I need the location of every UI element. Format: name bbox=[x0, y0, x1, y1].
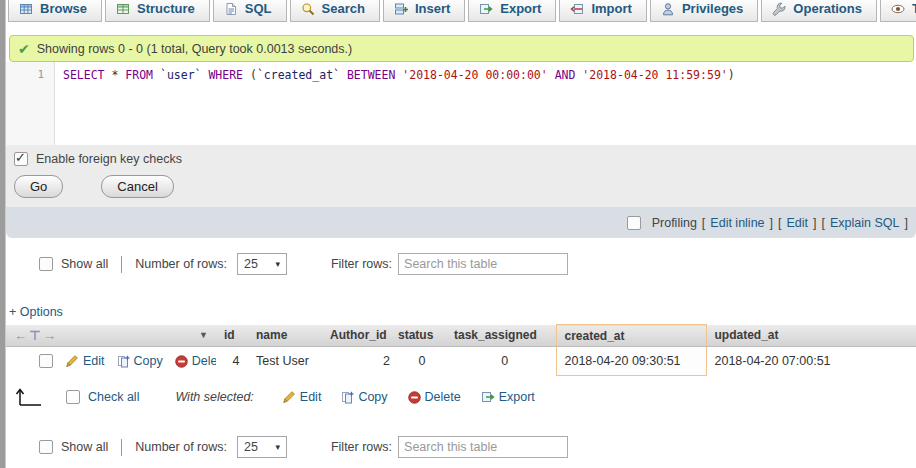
select-caret-icon: ▾ bbox=[275, 259, 280, 269]
tab-label: SQL bbox=[245, 1, 272, 16]
row-copy-link[interactable]: Copy bbox=[117, 354, 163, 368]
copy-icon bbox=[341, 391, 354, 404]
tracking-icon bbox=[891, 2, 905, 16]
rows-value: 25 bbox=[244, 440, 258, 454]
tab-import[interactable]: Import bbox=[559, 0, 646, 22]
cell-task-assigned: 0 bbox=[446, 347, 556, 376]
tab-label: Search bbox=[322, 1, 365, 16]
cell-updated-at: 2018-04-20 07:00:51 bbox=[706, 347, 916, 376]
top-row-controls: Show all Number of rows: 25 ▾ Filter row… bbox=[39, 252, 916, 276]
tab-label: Insert bbox=[415, 1, 450, 16]
phpmyadmin-results-page: Browse Structure SQL Search Insert Expor… bbox=[0, 0, 916, 468]
success-check-icon: ✔ bbox=[18, 42, 30, 56]
bracket: ] bbox=[813, 216, 816, 230]
table-filter-input[interactable] bbox=[398, 253, 568, 275]
filter-rows-label: Filter rows: bbox=[331, 440, 392, 454]
tab-tracking[interactable]: Tracking bbox=[880, 0, 916, 22]
pencil-icon bbox=[65, 354, 79, 368]
cell-id: 4 bbox=[216, 347, 248, 376]
import-icon bbox=[570, 2, 584, 16]
rows-per-page-select[interactable]: 25 ▾ bbox=[237, 436, 287, 458]
search-icon bbox=[301, 2, 315, 16]
tab-structure[interactable]: Structure bbox=[105, 0, 210, 22]
sql-string: '2018-04-20 00:00:00' bbox=[402, 68, 547, 82]
selected-copy-label: Copy bbox=[358, 390, 387, 404]
sql-query-editor[interactable]: 1 SELECT * FROM `user` WHERE (`created_a… bbox=[6, 62, 916, 145]
pencil-icon bbox=[282, 390, 296, 404]
foreign-key-checkbox[interactable] bbox=[14, 152, 28, 166]
filter-rows-label: Filter rows: bbox=[331, 257, 392, 271]
cell-status: 0 bbox=[390, 347, 446, 376]
bracket: ] bbox=[905, 216, 908, 230]
show-all-checkbox[interactable] bbox=[39, 440, 53, 454]
tab-browse[interactable]: Browse bbox=[8, 0, 102, 22]
bracket: ] bbox=[770, 216, 773, 230]
browse-icon bbox=[19, 2, 33, 16]
tab-operations[interactable]: Operations bbox=[761, 0, 877, 22]
delete-icon bbox=[408, 391, 421, 404]
column-header-created-at[interactable]: created_at bbox=[556, 325, 706, 347]
row-delete-link[interactable]: Delete bbox=[175, 354, 216, 368]
column-header-status[interactable]: status bbox=[390, 325, 446, 347]
column-visibility-widget[interactable]: ←⊤→ bbox=[14, 328, 58, 343]
check-all-link[interactable]: Check all bbox=[88, 390, 139, 404]
number-of-rows-label: Number of rows: bbox=[135, 257, 227, 271]
profiling-checkbox[interactable] bbox=[627, 216, 641, 230]
profiling-label: Profiling bbox=[652, 216, 697, 230]
edit-query-link[interactable]: Edit bbox=[787, 216, 809, 230]
bracket: [ bbox=[778, 216, 781, 230]
edit-inline-link[interactable]: Edit inline bbox=[710, 216, 764, 230]
query-options-panel: Enable foreign key checks Go Cancel bbox=[6, 145, 916, 207]
column-header-task-assigned[interactable]: task_assigned bbox=[446, 325, 556, 347]
selected-export-link[interactable]: Export bbox=[481, 390, 535, 404]
row-checkbox[interactable] bbox=[39, 354, 53, 368]
explain-sql-link[interactable]: Explain SQL bbox=[830, 216, 899, 230]
tab-sql[interactable]: SQL bbox=[213, 0, 287, 22]
column-header-name[interactable]: name bbox=[248, 325, 322, 347]
tab-label: Privileges bbox=[682, 1, 743, 16]
sql-keyword: FROM bbox=[125, 68, 153, 82]
options-toggle-link[interactable]: + Options bbox=[9, 305, 63, 319]
row-edit-link[interactable]: Edit bbox=[65, 354, 105, 368]
tab-search[interactable]: Search bbox=[290, 0, 380, 22]
cancel-button[interactable]: Cancel bbox=[101, 175, 173, 198]
status-text: Showing rows 0 - 0 (1 total, Query took … bbox=[37, 42, 352, 56]
go-button[interactable]: Go bbox=[14, 175, 63, 198]
check-all-checkbox[interactable] bbox=[66, 390, 80, 404]
column-header-updated-at[interactable]: updated_at bbox=[706, 325, 916, 347]
column-header-author-id[interactable]: Author_id bbox=[322, 325, 390, 347]
divider bbox=[121, 256, 122, 273]
selected-edit-label: Edit bbox=[300, 390, 322, 404]
query-status-message: ✔ Showing rows 0 - 0 (1 total, Query too… bbox=[9, 35, 914, 62]
selected-copy-link[interactable]: Copy bbox=[341, 390, 387, 404]
structure-icon bbox=[116, 2, 130, 16]
sort-caret-icon[interactable]: ▼ bbox=[199, 330, 208, 340]
tab-export[interactable]: Export bbox=[468, 0, 556, 22]
show-all-label: Show all bbox=[61, 440, 108, 454]
rows-per-page-select[interactable]: 25 ▾ bbox=[237, 253, 287, 275]
tab-label: Operations bbox=[793, 1, 862, 16]
tab-insert[interactable]: Insert bbox=[383, 0, 465, 22]
sql-keyword: BETWEEN bbox=[340, 68, 402, 82]
tab-label: Browse bbox=[40, 1, 87, 16]
tab-label: Import bbox=[591, 1, 631, 16]
delete-icon bbox=[175, 355, 188, 368]
insert-icon bbox=[394, 2, 408, 16]
line-number-gutter: 1 bbox=[6, 62, 55, 145]
select-caret-icon: ▾ bbox=[275, 442, 280, 452]
sql-keyword: SELECT bbox=[63, 68, 105, 82]
export-icon bbox=[481, 390, 495, 404]
sql-keyword: WHERE bbox=[208, 68, 243, 82]
show-all-label: Show all bbox=[61, 257, 108, 271]
show-all-checkbox[interactable] bbox=[39, 257, 53, 271]
operations-icon bbox=[772, 2, 786, 16]
cell-author-id: 2 bbox=[322, 347, 390, 376]
column-header-id[interactable]: id bbox=[216, 325, 248, 347]
cell-name: Test User bbox=[248, 347, 322, 376]
sql-query-text[interactable]: SELECT * FROM `user` WHERE (`created_at`… bbox=[55, 62, 735, 145]
tab-privileges[interactable]: Privileges bbox=[650, 0, 758, 22]
table-filter-input[interactable] bbox=[398, 436, 568, 458]
selected-delete-link[interactable]: Delete bbox=[408, 390, 461, 404]
sql-paren: ) bbox=[728, 68, 735, 82]
selected-edit-link[interactable]: Edit bbox=[282, 390, 322, 404]
